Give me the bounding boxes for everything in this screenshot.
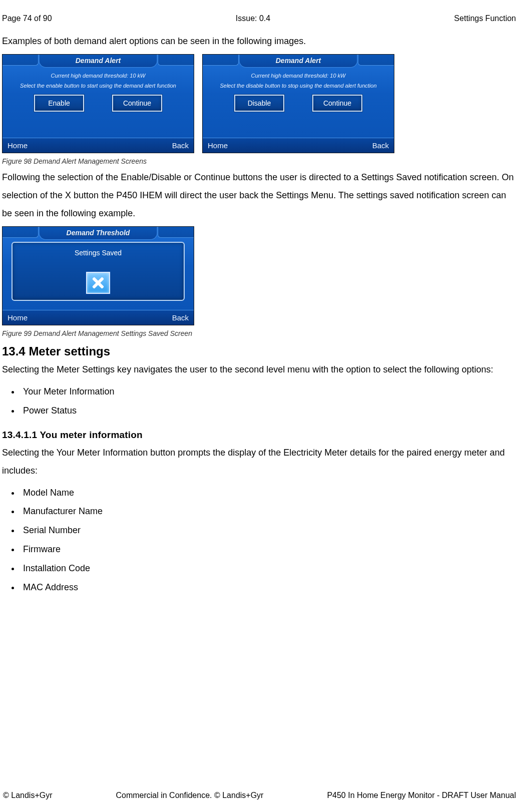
- settings-saved-modal: Settings Saved: [12, 242, 185, 301]
- home-button[interactable]: Home: [8, 141, 28, 150]
- footer-left: © Landis+Gyr: [3, 791, 53, 800]
- list-item: Your Meter Information: [20, 382, 517, 401]
- home-button[interactable]: Home: [208, 141, 228, 150]
- section-name: Settings Function: [454, 14, 516, 23]
- back-button[interactable]: Back: [372, 141, 389, 150]
- settings-saved-screen: Demand Threshold Settings Saved Home Bac…: [2, 226, 194, 325]
- intro-paragraph: Examples of both demand alert options ca…: [2, 32, 515, 50]
- continue-button[interactable]: Continue: [112, 95, 162, 112]
- meter-info-list: Model Name Manufacturer Name Serial Numb…: [20, 484, 517, 597]
- footer-right: P450 In Home Energy Monitor - DRAFT User…: [327, 791, 516, 800]
- screen-title: Demand Threshold: [39, 227, 158, 240]
- list-item: Firmware: [20, 540, 517, 559]
- list-item: MAC Address: [20, 578, 517, 597]
- list-item: Installation Code: [20, 559, 517, 578]
- demand-alert-screens: Demand Alert Current high demand thresho…: [2, 54, 515, 153]
- issue-number: Issue: 0.4: [236, 14, 270, 23]
- meter-settings-list: Your Meter Information Power Status: [20, 382, 517, 421]
- back-button[interactable]: Back: [172, 313, 189, 322]
- list-item: Manufacturer Name: [20, 502, 517, 521]
- screen-title: Demand Alert: [239, 55, 358, 68]
- section-13-4-heading: 13.4 Meter settings: [2, 344, 515, 358]
- paragraph-1: Following the selection of the Enable/Di…: [2, 168, 515, 222]
- page-number: Page 74 of 90: [2, 14, 52, 23]
- demand-alert-disable-screen: Demand Alert Current high demand thresho…: [202, 54, 394, 153]
- close-icon[interactable]: [86, 272, 110, 294]
- footer-center: Commercial in Confidence. © Landis+Gyr: [116, 791, 263, 800]
- threshold-text: Current high demand threshold: 10 kW: [203, 73, 394, 79]
- figure-99-caption: Figure 99 Demand Alert Management Settin…: [2, 329, 515, 337]
- instruction-text: Select the disable button to stop using …: [203, 83, 394, 89]
- disable-button[interactable]: Disable: [234, 95, 284, 112]
- section-13-4-paragraph: Selecting the Meter Settings key navigat…: [2, 360, 515, 378]
- list-item: Model Name: [20, 484, 517, 503]
- list-item: Serial Number: [20, 521, 517, 540]
- list-item: Power Status: [20, 401, 517, 421]
- threshold-text: Current high demand threshold: 10 kW: [3, 73, 194, 79]
- page-header: Page 74 of 90 Issue: 0.4 Settings Functi…: [0, 14, 517, 23]
- back-button[interactable]: Back: [172, 141, 189, 150]
- continue-button[interactable]: Continue: [312, 95, 362, 112]
- section-13-4-1-1-heading: 13.4.1.1 You meter information: [2, 430, 515, 441]
- enable-button[interactable]: Enable: [34, 95, 84, 112]
- page-footer: © Landis+Gyr Commercial in Confidence. ©…: [1, 791, 517, 800]
- figure-98-caption: Figure 98 Demand Alert Management Screen…: [2, 157, 515, 165]
- home-button[interactable]: Home: [8, 313, 28, 322]
- instruction-text: Select the enable button to start using …: [3, 83, 194, 89]
- demand-alert-enable-screen: Demand Alert Current high demand thresho…: [2, 54, 194, 153]
- section-13-4-1-1-paragraph: Selecting the Your Meter Information but…: [2, 444, 515, 480]
- modal-text: Settings Saved: [13, 243, 184, 257]
- screen-title: Demand Alert: [39, 55, 158, 68]
